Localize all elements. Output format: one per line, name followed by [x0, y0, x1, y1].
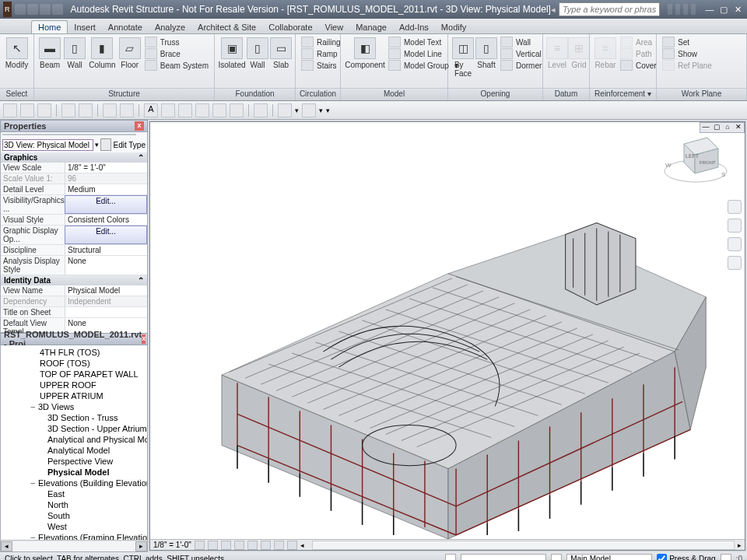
scroll-left-button[interactable]: ◂ [1, 541, 12, 551]
foundation-wall-button[interactable]: ▯Wall [246, 36, 269, 71]
tree-item[interactable]: UPPER ATRIUM [2, 390, 146, 401]
ribbon-tab-annotate[interactable]: Annotate [102, 21, 149, 33]
scroll-track[interactable] [12, 541, 135, 551]
component-button[interactable]: ◧Component [344, 36, 386, 71]
tree-item[interactable]: −3D Views [2, 401, 146, 412]
ribbon-tab-add-ins[interactable]: Add-Ins [393, 21, 435, 33]
qt-text-icon[interactable]: A [144, 103, 158, 117]
properties-header[interactable]: Propertiesx [0, 120, 148, 132]
prop-category-graphics[interactable]: Graphics⌃ [1, 152, 147, 163]
tree-item[interactable]: −Elevations (Framing Elevation) [2, 532, 146, 540]
qat-redo-icon[interactable] [52, 4, 63, 15]
tree-item[interactable]: Analytical Model [2, 445, 146, 456]
close-browser-icon[interactable]: x [142, 334, 146, 344]
help-icon[interactable] [691, 4, 696, 15]
qt-highlight-icon[interactable] [254, 103, 268, 117]
editable-only-icon[interactable] [445, 554, 456, 561]
view-scale-display[interactable]: 1/8" = 1'-0" [153, 541, 191, 549]
communication-icon[interactable] [675, 4, 680, 15]
modify-button[interactable]: ↖Modify [3, 36, 30, 71]
set-button[interactable]: Set [662, 37, 712, 47]
qt-button[interactable] [302, 103, 316, 117]
brace-button[interactable]: Brace [145, 48, 209, 59]
press-drag-toggle[interactable]: Press & Drag [657, 554, 715, 561]
qt-button[interactable] [278, 103, 292, 117]
isolated-button[interactable]: ▣Isolated [218, 36, 246, 71]
active-workset[interactable]: Main Model [566, 554, 652, 561]
detail-level-icon[interactable] [195, 541, 205, 550]
ribbon-tab-manage[interactable]: Manage [349, 21, 393, 33]
by-face-button[interactable]: ◫By Face [451, 36, 475, 79]
stairs-button[interactable]: Stairs [301, 60, 341, 71]
tree-item[interactable]: Physical Model [2, 467, 146, 478]
tree-item[interactable]: 3D Section - Truss [2, 412, 146, 423]
browser-header[interactable]: RST_ROMULUS_MODEL_2011.rvt - Proj...x [0, 333, 148, 345]
worksets-icon[interactable] [551, 554, 562, 561]
property-row[interactable]: Visual StyleConsistent Colors [1, 215, 147, 226]
hide-isolate-icon[interactable] [274, 541, 284, 550]
qat-undo-icon[interactable] [40, 4, 51, 15]
crop-icon[interactable] [247, 541, 258, 550]
favorites-icon[interactable] [683, 4, 688, 15]
tree-item[interactable]: 3D Section - Upper Atrium [2, 423, 146, 434]
maximize-button[interactable]: ▢ [717, 4, 730, 15]
column-button[interactable]: ▮Column [87, 36, 117, 71]
ribbon-tab-architect-site[interactable]: Architect & Site [191, 21, 262, 33]
close-properties-icon[interactable]: x [135, 121, 144, 131]
scroll-right-button[interactable]: ▸ [135, 541, 147, 551]
reveal-icon[interactable] [287, 541, 297, 550]
property-row[interactable]: Scale Value 1:96 [1, 173, 147, 184]
qat-open-icon[interactable] [15, 4, 26, 15]
show-button[interactable]: Show [662, 48, 712, 59]
qt-button[interactable] [20, 103, 34, 117]
slab-button[interactable]: ▭Slab [269, 36, 293, 71]
qt-button[interactable] [37, 103, 51, 117]
crop-region-icon[interactable] [261, 541, 271, 550]
ribbon-tab-analyze[interactable]: Analyze [149, 21, 191, 33]
ribbon-tab-home[interactable]: Home [31, 20, 68, 33]
qt-button[interactable] [103, 103, 117, 117]
tree-item[interactable]: ROOF (TOS) [2, 358, 146, 369]
visual-style-icon[interactable] [208, 541, 218, 550]
orbit-icon[interactable] [728, 256, 742, 270]
tree-item[interactable]: Perspective View [2, 456, 146, 467]
filter-icon[interactable] [721, 554, 731, 561]
vertical-button[interactable]: Vertical [500, 48, 542, 59]
qt-button[interactable] [212, 103, 226, 117]
shaft-button[interactable]: ▯Shaft [475, 36, 498, 71]
tree-item[interactable]: North [2, 499, 146, 510]
filter-icon[interactable] [100, 138, 111, 151]
dormer-button[interactable]: Dormer [500, 60, 542, 71]
tree-item[interactable]: TOP OF PARAPET WALL [2, 369, 146, 380]
ramp-button[interactable]: Ramp [301, 48, 341, 59]
qt-button[interactable] [178, 103, 192, 117]
pan-icon[interactable] [728, 219, 742, 233]
property-row[interactable]: View Scale1/8" = 1'-0" [1, 163, 147, 173]
property-row[interactable]: Title on Sheet [1, 307, 147, 318]
ribbon-tab-view[interactable]: View [319, 21, 350, 33]
app-menu-icon[interactable]: R [3, 2, 12, 17]
edit-type-button[interactable]: Edit Type [113, 141, 146, 149]
ribbon-tab-insert[interactable]: Insert [68, 21, 102, 33]
tree-item[interactable]: Analytical and Physical Mode [2, 434, 146, 445]
qt-button[interactable] [195, 103, 209, 117]
opening-wall-button[interactable]: Wall [500, 37, 542, 47]
viewcube[interactable]: LEFT FRONT S W [661, 128, 731, 191]
infocenter-arrow-icon[interactable]: ◂ [551, 5, 556, 15]
ribbon-tab-modify[interactable]: Modify [435, 21, 472, 33]
zoom-icon[interactable] [728, 237, 742, 251]
qt-button[interactable] [230, 103, 244, 117]
sun-path-icon[interactable] [221, 541, 231, 550]
beam-button[interactable]: ▬Beam [37, 36, 62, 71]
property-row[interactable]: View NamePhysical Model [1, 285, 147, 296]
property-row[interactable]: Detail LevelMedium [1, 184, 147, 195]
beam-system-button[interactable]: Beam System [145, 60, 209, 71]
railing-button[interactable]: Railing [301, 37, 341, 47]
ribbon-tab-collaborate[interactable]: Collaborate [262, 21, 318, 33]
tree-item[interactable]: UPPER ROOF [2, 380, 146, 390]
type-selector[interactable]: 3D View: Physical Model [2, 139, 93, 151]
shadows-icon[interactable] [234, 541, 244, 550]
tree-item[interactable]: 4TH FLR (TOS) [2, 347, 146, 358]
steering-wheel-icon[interactable] [728, 200, 742, 214]
truss-button[interactable]: Truss [145, 37, 209, 47]
